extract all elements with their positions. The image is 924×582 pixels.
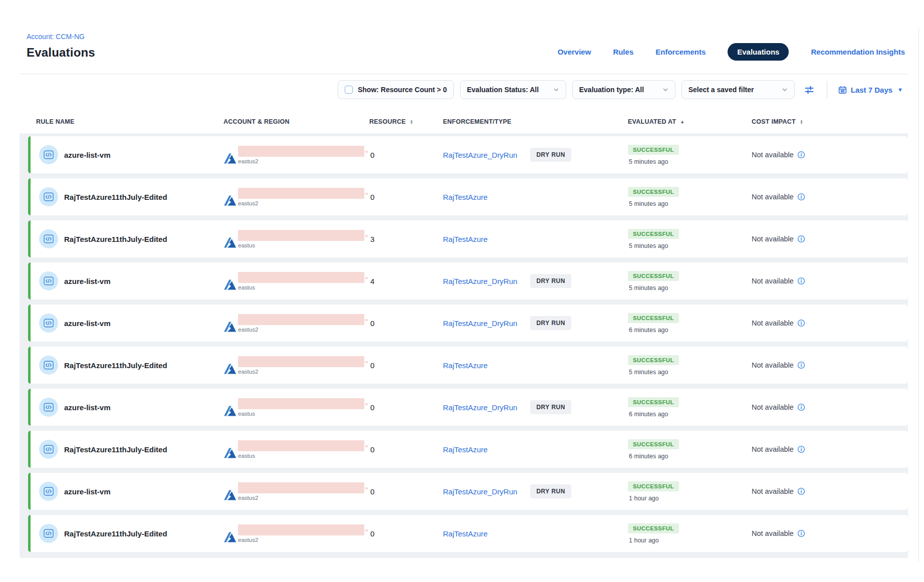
info-icon[interactable] bbox=[797, 361, 805, 369]
info-icon[interactable] bbox=[797, 403, 805, 411]
sort-icon[interactable]: ▲▼ bbox=[410, 119, 413, 125]
cost-impact-cell: Not available bbox=[752, 305, 908, 342]
dry-run-badge: DRY RUN bbox=[530, 400, 571, 414]
enforcement-link[interactable]: RajTestAzure_DryRun bbox=[443, 319, 517, 328]
rule-name: RajTestAzure11thJuly-Edited bbox=[64, 235, 167, 243]
info-icon[interactable] bbox=[797, 235, 805, 243]
rule-cell: azure-list-vm bbox=[28, 389, 223, 426]
dry-run-badge: DRY RUN bbox=[530, 274, 571, 288]
enforcement-link[interactable]: RajTestAzure_DryRun bbox=[443, 487, 517, 496]
redacted-account-name bbox=[238, 188, 364, 199]
account-stack: eastus2 bbox=[238, 356, 364, 375]
resource-count: 0 bbox=[369, 515, 443, 552]
tab-recommendation-insights[interactable]: Recommendation Insights bbox=[811, 48, 905, 56]
sort-ascending-icon[interactable]: ▲ bbox=[680, 119, 684, 124]
enforcement-cell: RajTestAzure_DryRun DRY RUN bbox=[443, 262, 628, 300]
enforcement-link[interactable]: RajTestAzure bbox=[443, 529, 488, 538]
cost-impact-cell: Not available bbox=[752, 347, 908, 384]
breadcrumb-account-link[interactable]: Account: CCM-NG bbox=[27, 33, 85, 41]
enforcement-cell: RajTestAzure_DryRun DRY RUN bbox=[443, 473, 628, 510]
resource-count-checkbox[interactable] bbox=[345, 86, 353, 94]
table-row[interactable]: azure-list-vm eastus 0 RajTestAzure_DryR… bbox=[28, 389, 908, 426]
col-cost-impact[interactable]: COST IMPACT ▲▼ bbox=[752, 118, 908, 125]
status-badge: SUCCESSFUL bbox=[628, 313, 679, 323]
tab-rules[interactable]: Rules bbox=[613, 48, 633, 56]
date-range-picker[interactable]: Last 7 Days ▼ bbox=[836, 86, 905, 94]
region-label: eastus2 bbox=[238, 369, 364, 375]
evaluated-time: 5 minutes ago bbox=[629, 242, 668, 249]
table-row[interactable]: RajTestAzure11thJuly-Edited eastus 3 Raj… bbox=[28, 220, 908, 257]
account-region-cell: eastus2 bbox=[223, 136, 369, 173]
enforcement-link[interactable]: RajTestAzure bbox=[443, 445, 488, 454]
resource-count: 0 bbox=[369, 347, 443, 384]
tab-enforcements[interactable]: Enforcements bbox=[655, 48, 706, 56]
table-row[interactable]: azure-list-vm eastus2 0 RajTestAzure_Dry… bbox=[28, 136, 908, 173]
info-icon[interactable] bbox=[797, 151, 805, 159]
tab-overview[interactable]: Overview bbox=[558, 48, 591, 56]
table-row[interactable]: azure-list-vm eastus2 0 RajTestAzure_Dry… bbox=[28, 473, 908, 510]
calendar-icon bbox=[838, 86, 847, 94]
evaluations-page: Account: CCM-NG Evaluations Overview Rul… bbox=[20, 0, 908, 558]
cost-impact-value: Not available bbox=[752, 319, 794, 327]
filter-settings-button[interactable] bbox=[801, 81, 818, 98]
evaluated-time: 5 minutes ago bbox=[629, 200, 668, 207]
table-row[interactable]: RajTestAzure11thJuly-Edited eastus2 0 Ra… bbox=[28, 347, 908, 384]
saved-filter-dropdown[interactable]: Select a saved filter bbox=[681, 80, 795, 99]
info-icon[interactable] bbox=[797, 277, 805, 285]
table-row[interactable]: RajTestAzure11thJuly-Edited eastus2 0 Ra… bbox=[28, 515, 908, 552]
table-row[interactable]: RajTestAzure11thJuly-Edited eastus2 0 Ra… bbox=[28, 178, 908, 215]
account-stack: eastus2 bbox=[238, 524, 364, 543]
status-badge: SUCCESSFUL bbox=[628, 523, 679, 533]
account-region-cell: eastus bbox=[223, 389, 369, 426]
table-row[interactable]: azure-list-vm eastus2 0 RajTestAzure_Dry… bbox=[28, 305, 908, 342]
enforcement-link[interactable]: RajTestAzure_DryRun bbox=[443, 151, 517, 159]
row-accent-bar bbox=[28, 431, 31, 468]
table-row[interactable]: azure-list-vm eastus 4 RajTestAzure_DryR… bbox=[28, 262, 908, 300]
enforcement-link[interactable]: RajTestAzure_DryRun bbox=[443, 277, 517, 285]
azure-icon bbox=[223, 237, 237, 248]
col-resource[interactable]: RESOURCE ▲▼ bbox=[369, 118, 443, 125]
row-accent-bar bbox=[28, 220, 31, 257]
region-label: eastus bbox=[238, 453, 364, 459]
date-range-value: Last 7 Days bbox=[851, 86, 892, 94]
cost-impact-value: Not available bbox=[752, 445, 794, 453]
table-row[interactable]: RajTestAzure11thJuly-Edited eastus 0 Raj… bbox=[28, 431, 908, 468]
info-icon[interactable] bbox=[797, 445, 805, 453]
col-account-region: ACCOUNT & REGION bbox=[223, 118, 369, 125]
evaluation-status-dropdown[interactable]: Evaluation Status: All bbox=[460, 80, 566, 99]
table-body: azure-list-vm eastus2 0 RajTestAzure_Dry… bbox=[20, 133, 908, 558]
status-badge: SUCCESSFUL bbox=[628, 439, 679, 449]
redacted-account-name bbox=[238, 524, 364, 535]
info-icon[interactable] bbox=[797, 319, 805, 327]
status-badge: SUCCESSFUL bbox=[628, 481, 679, 491]
account-region-cell: eastus bbox=[223, 262, 369, 300]
info-icon[interactable] bbox=[797, 487, 805, 495]
col-evaluated-at[interactable]: EVALUATED AT ▲ bbox=[628, 118, 752, 125]
cost-impact-cell: Not available bbox=[752, 389, 908, 426]
evaluation-type-dropdown[interactable]: Evaluation type: All bbox=[572, 80, 675, 99]
resource-count: 0 bbox=[369, 136, 443, 173]
evaluated-time: 6 minutes ago bbox=[629, 327, 668, 334]
rule-cell: azure-list-vm bbox=[28, 262, 223, 300]
page-title: Evaluations bbox=[27, 46, 95, 60]
account-stack: eastus bbox=[238, 398, 364, 417]
evaluated-time: 5 minutes ago bbox=[629, 284, 668, 292]
region-label: eastus bbox=[238, 411, 364, 417]
enforcement-link[interactable]: RajTestAzure bbox=[443, 235, 488, 243]
enforcement-link[interactable]: RajTestAzure bbox=[443, 193, 488, 201]
redacted-account-name bbox=[238, 398, 364, 409]
cost-impact-value: Not available bbox=[752, 487, 794, 495]
sort-icon[interactable]: ▲▼ bbox=[800, 119, 803, 125]
resource-count-filter[interactable]: Show: Resource Count > 0 bbox=[338, 80, 454, 99]
enforcement-cell: RajTestAzure_DryRun DRY RUN bbox=[443, 136, 628, 173]
enforcement-link[interactable]: RajTestAzure bbox=[443, 361, 488, 370]
redacted-account-name bbox=[238, 482, 364, 493]
account-stack: eastus2 bbox=[238, 314, 364, 333]
tab-evaluations[interactable]: Evaluations bbox=[728, 43, 789, 61]
filter-bar-divider bbox=[827, 81, 827, 98]
enforcement-link[interactable]: RajTestAzure_DryRun bbox=[443, 403, 517, 412]
info-icon[interactable] bbox=[797, 529, 805, 537]
cost-impact-value: Not available bbox=[752, 361, 794, 369]
info-icon[interactable] bbox=[797, 193, 805, 201]
status-badge: SUCCESSFUL bbox=[628, 355, 679, 365]
